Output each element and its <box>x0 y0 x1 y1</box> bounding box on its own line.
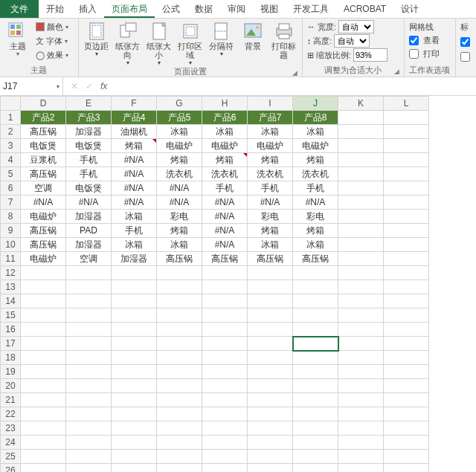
cell-H10[interactable]: #N/A <box>202 238 248 252</box>
col-header-K[interactable]: K <box>338 97 384 111</box>
row-header-16[interactable]: 16 <box>1 323 21 337</box>
cell-K10[interactable] <box>338 238 384 252</box>
sheet-area[interactable]: DEFGHIJKL1产品2产品3产品4产品5产品6产品7产品82高压锅加湿器油烟… <box>0 96 476 472</box>
cell-F10[interactable]: 冰箱 <box>112 238 157 252</box>
row-header-9[interactable]: 9 <box>1 224 21 238</box>
cell-D9[interactable]: 高压锅 <box>21 224 66 238</box>
cell-H26[interactable] <box>202 464 248 473</box>
cell-H18[interactable] <box>202 351 248 365</box>
tab-design[interactable]: 设计 <box>393 0 426 18</box>
fx-icon[interactable]: fx <box>100 81 107 91</box>
cell-H7[interactable]: #N/A <box>202 195 248 210</box>
cell-G1[interactable]: 产品5 <box>157 111 202 125</box>
cell-F13[interactable] <box>112 280 157 294</box>
cell-K23[interactable] <box>338 421 384 436</box>
tab-view[interactable]: 视图 <box>253 0 286 18</box>
cell-I6[interactable]: 手机 <box>248 181 293 195</box>
size-button[interactable]: 纸张大小▾ <box>144 20 174 66</box>
cell-E11[interactable]: 空调 <box>66 252 112 266</box>
row-header-24[interactable]: 24 <box>1 436 21 450</box>
cell-E10[interactable]: 加湿器 <box>66 238 112 252</box>
cell-H23[interactable] <box>202 421 248 436</box>
cell-J11[interactable]: 高压锅 <box>293 252 338 266</box>
cell-I24[interactable] <box>248 436 293 450</box>
cell-G25[interactable] <box>157 450 202 464</box>
cell-G24[interactable] <box>157 436 202 450</box>
cell-I17[interactable] <box>248 337 293 351</box>
cell-E22[interactable] <box>66 407 112 421</box>
cell-J7[interactable]: #N/A <box>293 195 338 210</box>
cell-J12[interactable] <box>293 266 338 280</box>
cell-D17[interactable] <box>21 337 66 351</box>
background-button[interactable]: 背景 <box>238 20 268 51</box>
col-header-F[interactable]: F <box>112 97 157 111</box>
cell-E12[interactable] <box>66 266 112 280</box>
cell-D19[interactable] <box>21 365 66 379</box>
name-box[interactable]: J17▾ <box>0 77 63 95</box>
cell-I26[interactable] <box>248 464 293 473</box>
cell-F7[interactable]: #N/A <box>112 195 157 210</box>
cell-H20[interactable] <box>202 379 248 393</box>
cell-F23[interactable] <box>112 421 157 436</box>
cell-E16[interactable] <box>66 323 112 337</box>
cell-F20[interactable] <box>112 379 157 393</box>
cell-G19[interactable] <box>157 365 202 379</box>
cell-J21[interactable] <box>293 393 338 407</box>
cell-K19[interactable] <box>338 365 384 379</box>
cell-G23[interactable] <box>157 421 202 436</box>
cell-E13[interactable] <box>66 280 112 294</box>
cell-F3[interactable]: 烤箱 <box>112 139 157 153</box>
cell-D14[interactable] <box>21 294 66 308</box>
cell-K18[interactable] <box>338 351 384 365</box>
cell-G8[interactable]: 彩电 <box>157 210 202 224</box>
scale-pct-input[interactable] <box>353 48 387 62</box>
col-header-J[interactable]: J <box>293 97 338 111</box>
cell-I20[interactable] <box>248 379 293 393</box>
cell-K6[interactable] <box>338 181 384 195</box>
cell-I16[interactable] <box>248 323 293 337</box>
cell-J3[interactable]: 电磁炉 <box>293 139 338 153</box>
cell-D18[interactable] <box>21 351 66 365</box>
cell-K5[interactable] <box>338 167 384 181</box>
cell-H14[interactable] <box>202 294 248 308</box>
tab-review[interactable]: 审阅 <box>220 0 253 18</box>
row-header-1[interactable]: 1 <box>1 111 21 125</box>
cell-E25[interactable] <box>66 450 112 464</box>
cell-I13[interactable] <box>248 280 293 294</box>
cell-J20[interactable] <box>293 379 338 393</box>
cell-F12[interactable] <box>112 266 157 280</box>
cell-H22[interactable] <box>202 407 248 421</box>
cell-H21[interactable] <box>202 393 248 407</box>
cell-F6[interactable]: #N/A <box>112 181 157 195</box>
cell-H25[interactable] <box>202 450 248 464</box>
cell-L11[interactable] <box>384 252 429 266</box>
cell-G9[interactable]: 烤箱 <box>157 224 202 238</box>
row-header-23[interactable]: 23 <box>1 421 21 436</box>
cell-I1[interactable]: 产品7 <box>248 111 293 125</box>
cell-E19[interactable] <box>66 365 112 379</box>
cell-I12[interactable] <box>248 266 293 280</box>
row-header-19[interactable]: 19 <box>1 365 21 379</box>
headings-print-check[interactable] <box>459 50 474 63</box>
cell-J23[interactable] <box>293 421 338 436</box>
cell-G2[interactable]: 冰箱 <box>157 125 202 139</box>
cell-D26[interactable] <box>21 464 66 473</box>
cell-F15[interactable] <box>112 308 157 323</box>
row-header-20[interactable]: 20 <box>1 379 21 393</box>
cell-L17[interactable] <box>384 337 429 351</box>
row-header-7[interactable]: 7 <box>1 195 21 210</box>
cell-D11[interactable]: 电磁炉 <box>21 252 66 266</box>
cell-I11[interactable]: 高压锅 <box>248 252 293 266</box>
cell-F14[interactable] <box>112 294 157 308</box>
cell-I14[interactable] <box>248 294 293 308</box>
cell-J5[interactable]: 洗衣机 <box>293 167 338 181</box>
tab-data[interactable]: 数据 <box>187 0 220 18</box>
row-header-3[interactable]: 3 <box>1 139 21 153</box>
cell-I10[interactable]: 冰箱 <box>248 238 293 252</box>
cell-J9[interactable]: 烤箱 <box>293 224 338 238</box>
cell-H9[interactable]: #N/A <box>202 224 248 238</box>
cell-K25[interactable] <box>338 450 384 464</box>
cell-J4[interactable]: 烤箱 <box>293 153 338 167</box>
cell-E2[interactable]: 加湿器 <box>66 125 112 139</box>
gridlines-print-check[interactable]: 打印 <box>408 47 441 60</box>
